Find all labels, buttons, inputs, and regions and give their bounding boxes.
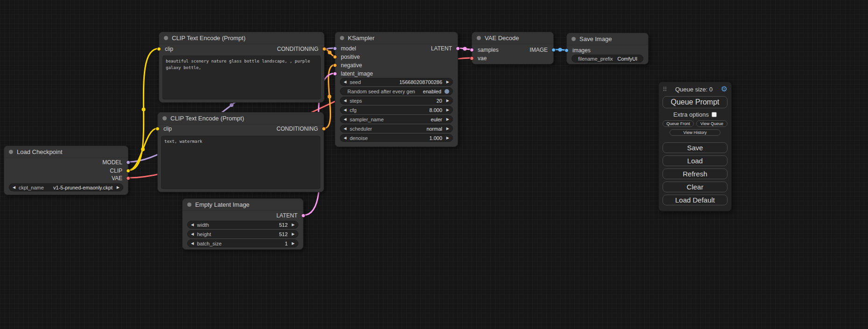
widget-label: batch_size bbox=[197, 241, 222, 246]
node-load-checkpoint[interactable]: Load Checkpoint MODEL CLIP VAE ◀ ckpt_na… bbox=[4, 146, 128, 195]
view-queue-button[interactable]: View Queue bbox=[696, 120, 727, 127]
increase-arrow-icon[interactable]: ▶ bbox=[290, 223, 295, 227]
widget-value: 20 bbox=[437, 98, 442, 104]
negative-input-dot[interactable] bbox=[333, 63, 337, 68]
model-output-dot[interactable] bbox=[126, 161, 130, 165]
ckpt-name-widget[interactable]: ◀ ckpt_name v1-5-pruned-emaonly.ckpt ▶ bbox=[9, 183, 123, 191]
settings-gear-icon[interactable]: ⚙ bbox=[721, 85, 727, 93]
clear-button[interactable]: Clear bbox=[663, 182, 727, 192]
node-title-bar[interactable]: Load Checkpoint bbox=[4, 146, 128, 158]
collapse-dot-icon[interactable] bbox=[187, 203, 191, 207]
increase-arrow-icon[interactable]: ▶ bbox=[445, 108, 449, 112]
node-vae-decode[interactable]: VAE Decode samples IMAGE vae bbox=[472, 32, 554, 64]
images-input-dot[interactable] bbox=[565, 49, 569, 53]
load-button[interactable]: Load bbox=[663, 155, 727, 166]
model-input-dot[interactable] bbox=[333, 47, 337, 51]
decrease-arrow-icon[interactable]: ◀ bbox=[191, 242, 196, 245]
increase-arrow-icon[interactable]: ▶ bbox=[445, 118, 449, 121]
decrease-arrow-icon[interactable]: ◀ bbox=[344, 127, 348, 131]
height-widget[interactable]: ◀ height 512 ▶ bbox=[187, 230, 298, 238]
collapse-dot-icon[interactable] bbox=[572, 37, 576, 41]
output-label: CONDITIONING bbox=[276, 126, 318, 132]
scheduler-widget[interactable]: ◀ scheduler normal ▶ bbox=[340, 125, 453, 133]
sampler-name-widget[interactable]: ◀ sampler_name euler ▶ bbox=[340, 115, 453, 123]
decrease-arrow-icon[interactable]: ◀ bbox=[344, 108, 348, 112]
node-title-bar[interactable]: CLIP Text Encode (Prompt) bbox=[158, 112, 324, 125]
slot-row: clip CONDITIONING bbox=[158, 125, 324, 133]
input-label: negative bbox=[341, 62, 362, 69]
conditioning-output-dot[interactable] bbox=[322, 127, 326, 131]
slot-row: vae bbox=[472, 55, 553, 62]
drag-handle-icon[interactable]: ⠿ bbox=[663, 86, 667, 93]
decrease-arrow-icon[interactable]: ◀ bbox=[344, 118, 348, 121]
latent-image-input-dot[interactable] bbox=[333, 72, 337, 76]
node-title-bar[interactable]: Save Image bbox=[567, 33, 648, 45]
collapse-dot-icon[interactable] bbox=[162, 116, 167, 120]
extra-options-checkbox[interactable] bbox=[712, 112, 717, 117]
comfy-menu-panel: ⠿ Queue size: 0 ⚙ Queue Prompt Extra opt… bbox=[658, 82, 732, 211]
node-empty-latent-image[interactable]: Empty Latent Image LATENT ◀ width 512 ▶ … bbox=[182, 198, 303, 250]
clip-input-dot[interactable] bbox=[157, 47, 161, 51]
increase-arrow-icon[interactable]: ▶ bbox=[445, 127, 449, 131]
node-title-bar[interactable]: VAE Decode bbox=[472, 32, 553, 44]
decrease-arrow-icon[interactable]: ◀ bbox=[344, 99, 348, 103]
node-title-bar[interactable]: KSampler bbox=[335, 32, 458, 44]
clip-output-dot[interactable] bbox=[126, 169, 130, 173]
node-title: VAE Decode bbox=[485, 35, 519, 42]
vae-output-dot[interactable] bbox=[126, 176, 130, 181]
conditioning-output-dot[interactable] bbox=[322, 47, 326, 51]
latent-output-dot[interactable] bbox=[456, 47, 460, 51]
increase-arrow-icon[interactable]: ▶ bbox=[290, 242, 295, 245]
toggle-dot[interactable] bbox=[445, 89, 449, 94]
node-graph-canvas[interactable]: Load Checkpoint MODEL CLIP VAE ◀ ckpt_na… bbox=[0, 0, 868, 329]
save-button[interactable]: Save bbox=[663, 142, 727, 153]
widget-value: 8.000 bbox=[429, 107, 442, 113]
latent-output-dot[interactable] bbox=[301, 214, 305, 218]
node-ksampler[interactable]: KSampler model LATENT positive negative … bbox=[335, 32, 458, 147]
collapse-dot-icon[interactable] bbox=[164, 36, 168, 40]
load-default-button[interactable]: Load Default bbox=[663, 195, 727, 205]
filename-prefix-widget[interactable]: filename_prefix ComfyUI bbox=[572, 55, 643, 63]
decrease-arrow-icon[interactable]: ◀ bbox=[344, 136, 348, 140]
decrease-arrow-icon[interactable]: ◀ bbox=[344, 80, 348, 84]
vae-input-dot[interactable] bbox=[470, 56, 474, 61]
decrease-arrow-icon[interactable]: ◀ bbox=[191, 223, 196, 227]
steps-widget[interactable]: ◀ steps 20 ▶ bbox=[340, 97, 453, 105]
input-label: images bbox=[572, 47, 591, 54]
increase-arrow-icon[interactable]: ▶ bbox=[445, 80, 449, 84]
clip-input-dot[interactable] bbox=[155, 127, 160, 131]
collapse-dot-icon[interactable] bbox=[477, 36, 481, 40]
widget-label: cfg bbox=[350, 107, 357, 113]
collapse-dot-icon[interactable] bbox=[9, 150, 13, 154]
queue-front-button[interactable]: Queue Front bbox=[663, 120, 694, 127]
collapse-dot-icon[interactable] bbox=[340, 36, 344, 40]
node-clip-text-encode-positive[interactable]: CLIP Text Encode (Prompt) clip CONDITION… bbox=[159, 32, 325, 103]
increase-arrow-icon[interactable]: ▶ bbox=[445, 99, 449, 103]
refresh-button[interactable]: Refresh bbox=[663, 168, 727, 179]
increase-arrow-icon[interactable]: ▶ bbox=[445, 136, 449, 140]
decrease-arrow-icon[interactable]: ◀ bbox=[13, 186, 17, 189]
prompt-textarea[interactable]: beautiful scenery nature glass bottle la… bbox=[162, 56, 321, 99]
seed-widget[interactable]: ◀ seed 156680208700286 ▶ bbox=[340, 78, 453, 86]
samples-input-dot[interactable] bbox=[470, 48, 474, 52]
node-clip-text-encode-negative[interactable]: CLIP Text Encode (Prompt) clip CONDITION… bbox=[157, 112, 324, 192]
increase-arrow-icon[interactable]: ▶ bbox=[290, 232, 295, 236]
slot-row: positive bbox=[335, 53, 458, 61]
prompt-textarea[interactable]: text, watermark bbox=[161, 136, 320, 189]
decrease-arrow-icon[interactable]: ◀ bbox=[191, 232, 196, 236]
image-output-dot[interactable] bbox=[551, 48, 556, 52]
cfg-widget[interactable]: ◀ cfg 8.000 ▶ bbox=[340, 106, 453, 114]
node-title-bar[interactable]: CLIP Text Encode (Prompt) bbox=[159, 32, 324, 44]
queue-prompt-button[interactable]: Queue Prompt bbox=[663, 96, 727, 108]
widget-label: seed bbox=[350, 79, 361, 85]
positive-input-dot[interactable] bbox=[333, 55, 337, 59]
widget-label: steps bbox=[350, 98, 362, 104]
denoise-widget[interactable]: ◀ denoise 1.000 ▶ bbox=[340, 134, 453, 142]
node-save-image[interactable]: Save Image images filename_prefix ComfyU… bbox=[566, 33, 649, 64]
random-seed-toggle-widget[interactable]: Random seed after every gen enabled bbox=[340, 87, 453, 95]
node-title-bar[interactable]: Empty Latent Image bbox=[183, 199, 303, 211]
view-history-button[interactable]: View History bbox=[670, 129, 720, 136]
width-widget[interactable]: ◀ width 512 ▶ bbox=[187, 221, 298, 229]
batch-size-widget[interactable]: ◀ batch_size 1 ▶ bbox=[187, 239, 298, 247]
increase-arrow-icon[interactable]: ▶ bbox=[115, 186, 120, 189]
